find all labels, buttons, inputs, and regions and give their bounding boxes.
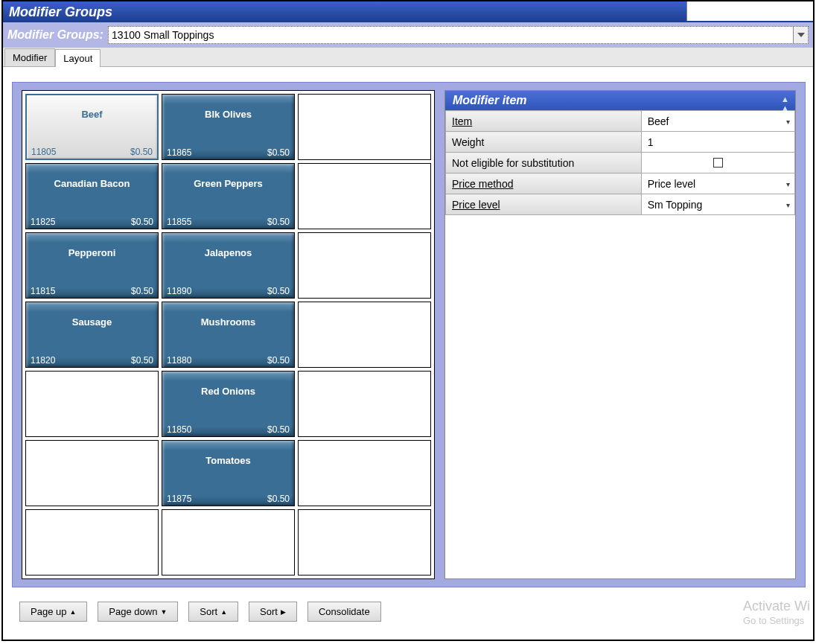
work-area: Beef11805$0.50Blk Olives11865$0.50Canadi… xyxy=(3,67,813,640)
cell-code: 11865 xyxy=(167,147,191,158)
window-title: Modifier Groups xyxy=(9,4,112,20)
properties-header[interactable]: Modifier item ▲▲ xyxy=(445,91,795,110)
cell-name: Green Peppers xyxy=(162,164,294,203)
cell-code: 11805 xyxy=(31,147,56,157)
layout-cell-1-0[interactable]: Canadian Bacon11825$0.50 xyxy=(25,163,159,229)
cell-price: $0.50 xyxy=(130,147,153,157)
arrow-right-icon: ▶ xyxy=(281,608,286,616)
layout-grid: Beef11805$0.50Blk Olives11865$0.50Canadi… xyxy=(22,90,435,579)
sort-right-label: Sort xyxy=(260,606,278,617)
chevron-down-icon: ▾ xyxy=(786,179,790,188)
collapse-icon[interactable]: ▲▲ xyxy=(781,95,789,112)
prop-price-level-label: Price level xyxy=(446,194,642,215)
properties-title: Modifier item xyxy=(453,94,527,107)
prop-item-value[interactable]: Beef ▾ xyxy=(641,111,794,132)
layout-cell-0-2[interactable] xyxy=(298,94,431,160)
cell-price: $0.50 xyxy=(267,355,290,366)
layout-cell-2-1[interactable]: Jalapenos11890$0.50 xyxy=(162,232,295,299)
cell-code: 11880 xyxy=(167,355,191,366)
layout-cell-6-0[interactable] xyxy=(25,509,159,576)
layout-cell-0-0[interactable]: Beef11805$0.50 xyxy=(25,94,159,160)
prop-weight-value[interactable]: 1 xyxy=(641,132,794,153)
layout-cell-4-2[interactable] xyxy=(298,371,431,437)
layout-cell-3-0[interactable]: Sausage11820$0.50 xyxy=(25,302,159,368)
cell-price: $0.50 xyxy=(267,424,290,435)
layout-cell-6-2[interactable] xyxy=(298,509,431,576)
layout-cell-3-1[interactable]: Mushrooms11880$0.50 xyxy=(162,302,295,368)
chevron-down-icon: ▾ xyxy=(786,200,790,208)
cell-name: Beef xyxy=(27,95,157,133)
substitution-checkbox[interactable] xyxy=(713,158,723,168)
page-up-button[interactable]: Page up▲ xyxy=(19,602,87,622)
tab-layout[interactable]: Layout xyxy=(55,49,101,67)
selector-row: Modifier Groups: 13100 Small Toppings xyxy=(3,22,813,48)
layout-cell-5-0[interactable] xyxy=(25,440,159,506)
modifier-groups-dropdown[interactable]: 13100 Small Toppings xyxy=(108,26,809,44)
title-bar: Modifier Groups xyxy=(3,1,813,22)
prop-weight-label: Weight xyxy=(446,132,642,153)
sort-up-button[interactable]: Sort▲ xyxy=(188,602,238,622)
page-down-label: Page down xyxy=(109,606,157,617)
cell-code: 11825 xyxy=(31,217,55,227)
watermark-line1: Activate Wi xyxy=(743,598,810,615)
cell-name: Mushrooms xyxy=(162,302,294,341)
chevron-down-icon: ▾ xyxy=(786,117,790,125)
cell-code: 11875 xyxy=(167,494,191,504)
cell-code: 11850 xyxy=(167,424,191,435)
consolidate-button[interactable]: Consolidate xyxy=(307,602,381,622)
layout-cell-5-2[interactable] xyxy=(298,440,431,506)
cell-name: Red Onions xyxy=(162,372,294,410)
modifier-groups-label: Modifier Groups: xyxy=(7,28,103,42)
layout-cell-1-1[interactable]: Green Peppers11855$0.50 xyxy=(162,163,295,229)
prop-item-label: Item xyxy=(446,111,642,132)
layout-cell-5-1[interactable]: Tomatoes11875$0.50 xyxy=(162,440,295,506)
cell-code: 11820 xyxy=(31,355,55,366)
cell-price: $0.50 xyxy=(267,286,290,296)
cell-code: 11855 xyxy=(167,217,191,227)
tab-layout-label: Layout xyxy=(63,53,92,64)
cell-name: Tomatoes xyxy=(162,441,294,479)
prop-item-text: Beef xyxy=(648,115,669,127)
cell-price: $0.50 xyxy=(131,286,153,296)
cell-code: 11890 xyxy=(167,286,191,296)
cell-price: $0.50 xyxy=(131,355,153,366)
cell-code: 11815 xyxy=(31,286,55,296)
cell-price: $0.50 xyxy=(267,217,290,227)
page-up-label: Page up xyxy=(31,606,66,617)
consolidate-label: Consolidate xyxy=(319,606,370,617)
tab-bar: Modifier Layout xyxy=(3,48,813,67)
prop-substitution-label: Not eligible for substitution xyxy=(446,153,642,173)
sort-right-button[interactable]: Sort▶ xyxy=(249,602,297,622)
page-down-button[interactable]: Page down▼ xyxy=(98,602,178,622)
cell-name: Sausage xyxy=(26,302,158,341)
arrow-up-icon: ▲ xyxy=(220,608,227,616)
title-bar-blank-area xyxy=(686,1,813,21)
layout-cell-4-0[interactable] xyxy=(25,371,159,437)
watermark-line2: Go to Settings xyxy=(743,615,810,628)
cell-price: $0.50 xyxy=(267,494,290,504)
prop-price-method-label: Price method xyxy=(446,173,642,194)
prop-price-level-text: Sm Topping xyxy=(648,199,703,211)
prop-price-method-value[interactable]: Price level ▾ xyxy=(641,173,794,194)
prop-price-level-value[interactable]: Sm Topping ▾ xyxy=(641,194,794,215)
windows-activation-watermark: Activate Wi Go to Settings xyxy=(743,598,810,628)
button-row: Page up▲ Page down▼ Sort▲ Sort▶ Consolid… xyxy=(19,602,381,622)
arrow-down-icon: ▼ xyxy=(160,608,167,616)
prop-substitution-value[interactable] xyxy=(641,153,794,173)
arrow-up-icon: ▲ xyxy=(69,608,76,616)
cell-name: Blk Olives xyxy=(162,95,294,133)
prop-weight-text: 1 xyxy=(648,136,654,148)
layout-cell-4-1[interactable]: Red Onions11850$0.50 xyxy=(162,371,295,437)
cell-price: $0.50 xyxy=(131,217,153,227)
layout-cell-6-1[interactable] xyxy=(162,509,295,576)
cell-name: Jalapenos xyxy=(162,233,294,272)
chevron-down-icon[interactable] xyxy=(793,27,808,43)
layout-cell-2-2[interactable] xyxy=(298,232,431,299)
modifier-groups-value: 13100 Small Toppings xyxy=(112,29,214,41)
layout-cell-2-0[interactable]: Pepperoni11815$0.50 xyxy=(25,232,159,299)
layout-cell-0-1[interactable]: Blk Olives11865$0.50 xyxy=(162,94,295,160)
tab-modifier[interactable]: Modifier xyxy=(4,48,55,66)
properties-table: Item Beef ▾ Weight 1 Not eligible for xyxy=(445,110,795,215)
layout-cell-3-2[interactable] xyxy=(298,302,431,368)
layout-cell-1-2[interactable] xyxy=(298,163,431,229)
